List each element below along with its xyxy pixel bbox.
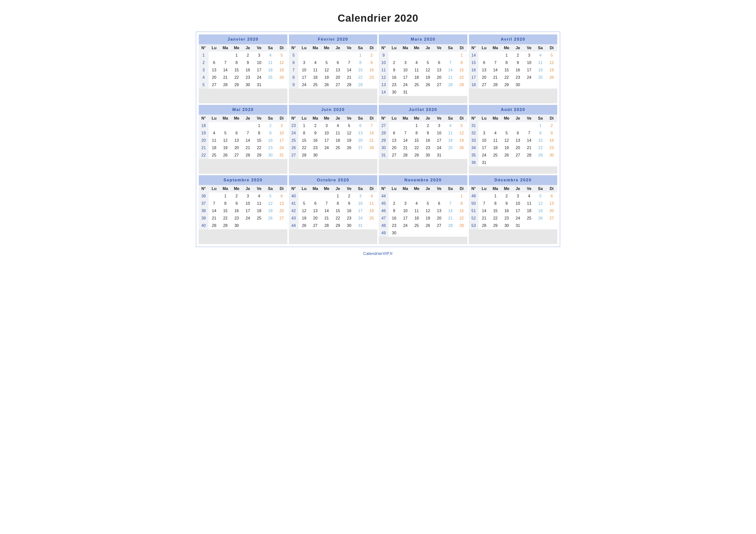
day-cell: 20 xyxy=(478,74,490,81)
week-row: 26789101112 xyxy=(199,59,287,66)
week-number: 30 xyxy=(379,144,389,152)
pad-cell xyxy=(501,166,512,174)
day-cell: 16 xyxy=(343,207,355,215)
day-cell: 30 xyxy=(422,152,434,159)
week-number: 33 xyxy=(469,137,479,144)
day-cell: 4 xyxy=(254,192,265,200)
day-cell xyxy=(343,152,355,159)
day-cell xyxy=(433,52,445,59)
day-cell: 22 xyxy=(535,144,546,152)
week-row: 4212131415161718 xyxy=(289,207,378,215)
pad-cell xyxy=(242,159,254,166)
pad-cell xyxy=(546,237,557,244)
pad-cell xyxy=(298,166,310,174)
day-cell xyxy=(445,229,456,237)
day-header: Ma xyxy=(490,185,501,192)
pad-cell xyxy=(332,89,343,96)
week-row: 5078910111213 xyxy=(469,200,557,207)
day-header: Di xyxy=(276,185,287,192)
day-cell: 27 xyxy=(546,215,557,222)
week-number: 37 xyxy=(199,200,208,207)
pad-row xyxy=(469,96,557,103)
day-cell: 2 xyxy=(310,122,321,129)
month-table: N°LuMaMeJeVeSaDi181231945678910201112131… xyxy=(199,115,287,174)
day-cell: 6 xyxy=(546,192,557,200)
pad-cell xyxy=(469,237,479,244)
day-cell: 7 xyxy=(490,59,501,66)
day-cell: 29 xyxy=(490,222,501,229)
day-cell: 26 xyxy=(535,215,546,222)
week-row: 3778910111213 xyxy=(199,200,287,207)
day-cell: 19 xyxy=(535,207,546,215)
day-cell: 21 xyxy=(445,215,456,222)
week-row: 512 xyxy=(289,52,378,59)
pad-cell xyxy=(321,237,332,244)
week-row: 2913141516171819 xyxy=(379,137,467,144)
day-cell: 17 xyxy=(298,74,310,81)
day-cell xyxy=(524,159,535,166)
pad-row xyxy=(379,96,467,103)
day-cell: 30 xyxy=(389,229,400,237)
pad-cell xyxy=(535,229,546,237)
day-cell: 24 xyxy=(400,222,411,229)
day-cell: 31 xyxy=(254,81,265,89)
day-cell: 27 xyxy=(478,81,490,89)
day-cell: 9 xyxy=(389,66,400,74)
day-cell: 2 xyxy=(265,122,276,129)
month-table: N°LuMaMeJeVeSaDi311232345678933101112131… xyxy=(469,115,557,174)
week-number: 53 xyxy=(469,222,479,229)
day-cell: 18 xyxy=(332,137,343,144)
pad-cell xyxy=(355,159,366,166)
day-cell: 23 xyxy=(310,144,321,152)
day-cell xyxy=(208,122,220,129)
week-number: 50 xyxy=(469,200,479,207)
pad-cell xyxy=(490,96,501,103)
pad-cell xyxy=(490,166,501,174)
pad-cell xyxy=(456,166,467,174)
week-number: 1 xyxy=(199,52,208,59)
month-title: Janvier 2020 xyxy=(199,35,287,44)
day-cell: 21 xyxy=(242,144,254,152)
day-header: N° xyxy=(469,44,479,52)
day-cell: 24 xyxy=(242,215,254,222)
calendar-frame: Janvier 2020N°LuMaMeJeVeSaDi112345267891… xyxy=(196,32,560,247)
pad-cell xyxy=(276,89,287,96)
day-header: Lu xyxy=(298,44,310,52)
day-cell xyxy=(276,222,287,229)
day-cell xyxy=(456,152,467,159)
week-number: 31 xyxy=(379,152,389,159)
day-header: Lu xyxy=(478,185,490,192)
day-header: Sa xyxy=(445,44,456,52)
day-cell xyxy=(265,81,276,89)
week-row: 1827282930 xyxy=(469,81,557,89)
day-cell: 22 xyxy=(332,215,343,222)
week-row: 401234 xyxy=(289,192,378,200)
week-row: 91 xyxy=(379,52,467,59)
day-header: Je xyxy=(242,185,254,192)
day-cell: 1 xyxy=(220,192,231,200)
day-cell: 4 xyxy=(208,129,220,137)
day-cell: 26 xyxy=(343,144,355,152)
day-cell: 27 xyxy=(208,81,220,89)
day-cell: 9 xyxy=(389,207,400,215)
pad-cell xyxy=(310,96,321,103)
day-cell: 28 xyxy=(445,81,456,89)
pad-cell xyxy=(445,237,456,244)
day-cell: 24 xyxy=(512,215,524,222)
day-cell: 9 xyxy=(242,59,254,66)
pad-cell xyxy=(343,159,355,166)
pad-cell xyxy=(546,96,557,103)
week-row: 2622232425262728 xyxy=(289,144,378,152)
day-cell: 22 xyxy=(355,74,366,81)
pad-cell xyxy=(379,166,389,174)
day-header: Sa xyxy=(355,44,366,52)
week-row: 3112 xyxy=(469,122,557,129)
day-cell: 13 xyxy=(276,200,287,207)
day-cell: 12 xyxy=(422,207,434,215)
day-cell: 4 xyxy=(310,59,321,66)
pad-cell xyxy=(400,237,411,244)
pad-cell xyxy=(389,159,400,166)
day-cell: 8 xyxy=(332,200,343,207)
day-cell xyxy=(321,192,332,200)
pad-cell xyxy=(276,159,287,166)
